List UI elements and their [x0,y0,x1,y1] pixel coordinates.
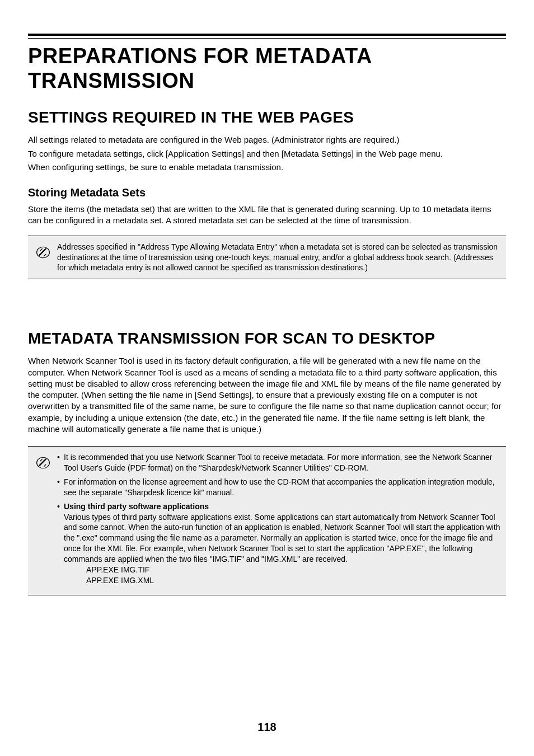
note-block-1: Addresses specified in "Address Type All… [28,236,506,280]
section-title-1: SETTINGS REQUIRED IN THE WEB PAGES [28,109,506,126]
page-number: 118 [0,721,534,734]
bullet-mark-icon: • [57,477,64,487]
bullet-item: • For information on the license agreeme… [57,477,500,498]
bullet-body: Using third party software applications … [64,501,500,586]
thin-rule [28,38,506,39]
note-text-1: Addresses specified in "Address Type All… [57,242,500,274]
heavy-rule [28,34,506,36]
cmd-line-2: APP.EXE IMG.XML [64,575,500,586]
note-icon [34,242,53,260]
section-title-2: METADATA TRANSMISSION FOR SCAN TO DESKTO… [28,330,506,348]
cmd-line-1: APP.EXE IMG.TIF [64,565,500,575]
bullet-body: For information on the license agreement… [64,477,500,498]
bullet-body: It is recommended that you use Network S… [64,452,500,473]
section1-subtitle: Storing Metadata Sets [28,186,506,199]
section2-p1: When Network Scanner Tool is used in its… [28,355,506,435]
section1-p1: All settings related to metadata are con… [28,134,506,145]
bullet-item: • Using third party software application… [57,501,500,586]
section1-p2: To configure metadata settings, click [A… [28,148,506,159]
bullet-lead: Using third party software applications [64,502,209,511]
bullet-mark-icon: • [57,452,64,463]
note-block-2: • It is recommended that you use Network… [28,446,506,595]
bullet-mark-icon: • [57,501,64,512]
section1-sub-p: Store the items (the metadata set) that … [28,204,506,227]
section1-p3: When configuring settings, be sure to en… [28,162,506,173]
bullet-text: Various types of third party software ap… [64,513,500,564]
note-icon [34,452,53,470]
bullet-item: • It is recommended that you use Network… [57,452,500,473]
note-text-2: • It is recommended that you use Network… [57,452,500,589]
chapter-title: PREPARATIONS FOR METADATA TRANSMISSION [28,44,506,93]
